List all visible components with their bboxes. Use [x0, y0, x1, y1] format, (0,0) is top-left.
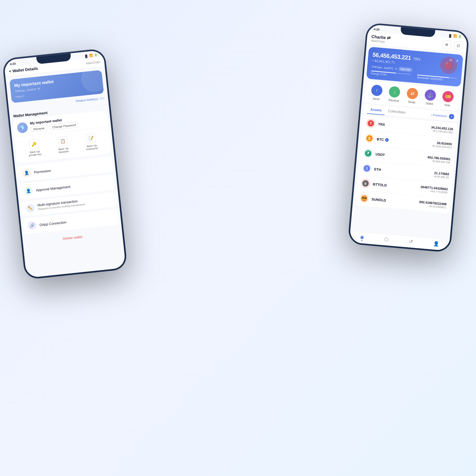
backup-mnemonic-icon: 📝	[86, 133, 96, 143]
bandwidth-label: Bandwidth	[417, 76, 429, 80]
bttold-name: BTTOLD	[373, 182, 421, 190]
swap-icon: ⇄	[406, 88, 419, 100]
energy-value: 37/60	[380, 73, 387, 76]
scan-header-button[interactable]: ⊡	[454, 41, 463, 50]
change-password-button[interactable]: Change Password	[49, 122, 79, 131]
receive-icon: ↓	[388, 86, 401, 98]
nav-assets[interactable]: ◉	[360, 234, 364, 240]
sunold-icon: 😎	[359, 193, 369, 204]
phone-right-screen: 4:20 ▐▌ 📶 🔋 Charlie ⇄ MainChain ⊕ ⊡	[349, 24, 468, 251]
status-icons-left: ▐▌ 📶 🔋	[84, 53, 98, 58]
send-button[interactable]: ↑ Send	[370, 84, 383, 101]
tab-assets[interactable]: Assets	[367, 104, 385, 115]
chain-label: MainChain	[86, 60, 100, 65]
assets-nav-icon: ◉	[360, 234, 364, 240]
bttold-values: 2648771.04328662 ≈$ 6.77419355	[420, 185, 448, 194]
energy-label: Energy	[371, 72, 379, 76]
rename-button[interactable]: Rename	[30, 125, 48, 132]
backup-keystore[interactable]: 📋 Back Upkeystore	[57, 136, 69, 154]
history-nav-icon: ↺	[409, 239, 413, 245]
bandwidth-stat: Bandwidth 4000/5000	[417, 75, 457, 82]
swap-label: Swap	[408, 100, 415, 104]
asset-list: T TRX 34,234,453.126 ≈$ 2,760,842.982 ₿ …	[355, 115, 457, 214]
backup-key-icon: 🔑	[29, 139, 39, 149]
tab-collectibles[interactable]: Collectibles	[385, 106, 409, 117]
eth-name: ETH	[374, 167, 434, 176]
bottom-nav: ◉ ⬡ ↺ 👤	[349, 231, 450, 251]
wallet-address: THPwer...5wtfYC	[371, 65, 393, 70]
stake-button[interactable]: ⚓ Stake	[424, 89, 436, 106]
nav-account[interactable]: 👤	[433, 241, 440, 247]
backup-keystore-icon: 📋	[57, 136, 68, 147]
dapp-icon: 🔗	[28, 221, 37, 230]
send-label: Send	[373, 97, 380, 101]
balance-currency: TRX	[413, 57, 421, 61]
swap-button[interactable]: ⇄ Swap	[406, 88, 418, 104]
wallet-info: My important wallet Rename Change Passwo…	[30, 114, 104, 132]
address-copy-icon[interactable]: ⧉	[395, 67, 397, 70]
energy-stat: Energy 37/60	[371, 71, 411, 78]
stake-icon: ⚓	[424, 89, 436, 101]
status-icons-right: ▐▌ 📶 🔋	[448, 34, 462, 38]
backup-mnemonic[interactable]: 📝 Back Upmnemonic	[84, 133, 98, 151]
nav-history[interactable]: ↺	[409, 239, 413, 245]
usdt-values: 602,786.035091 ≈$ 606,000.199	[427, 155, 451, 164]
eth-values: 21.174682 ≈$ 85,885.35	[433, 171, 449, 179]
bandwidth-value: 4000/5000	[430, 77, 443, 81]
nav-collectibles[interactable]: ⬡	[384, 236, 389, 242]
preference-label: ↕ Preference	[431, 113, 447, 117]
wallet-avatar: 💎	[17, 122, 28, 134]
backup-private-key[interactable]: 🔑 Back Upprivate key	[27, 139, 42, 157]
btc-icon: ₿	[364, 133, 375, 144]
balance-card: 56,456,453.221 TRX ≈ $3,951,951.71 👁 ↗ T…	[366, 47, 463, 87]
wallet-management-card: 💎 My important wallet Rename Change Pass…	[13, 110, 111, 163]
svg-text:₿: ₿	[368, 136, 370, 141]
trx-icon: T	[366, 118, 376, 129]
svg-text:Ξ: Ξ	[365, 166, 368, 171]
time-right: 4:20	[374, 27, 380, 31]
vote-icon: 🎫	[442, 91, 454, 103]
stake-label: Stake	[426, 102, 433, 105]
phone-left-screen: 4:20 ▐▌ 📶 🔋 < Wallet Details MainChain M…	[4, 50, 126, 278]
approval-icon: 👤	[24, 186, 33, 195]
header-actions: ⊕ ⊡	[442, 40, 463, 50]
trx-values: 34,234,453.126 ≈$ 2,760,842.982	[431, 125, 453, 134]
permission-label: Permission	[34, 168, 51, 174]
receive-label: Receive	[388, 98, 399, 102]
user-info: Charlie ⇄ MainChain	[371, 34, 391, 44]
dapp-label: DApp Connection	[39, 220, 67, 227]
btc-name: BTC ✓	[377, 137, 432, 146]
hd-badge: Non-HD	[399, 67, 413, 72]
wallet-home-screen: 4:20 ▐▌ 📶 🔋 Charlie ⇄ MainChain ⊕ ⊡	[349, 24, 468, 251]
receive-button[interactable]: ↓ Receive	[388, 86, 401, 102]
phone-left: 4:20 ▐▌ 📶 🔋 < Wallet Details MainChain M…	[2, 48, 128, 280]
trx-name: TRX	[378, 122, 431, 130]
eth-icon: Ξ	[362, 163, 372, 173]
balance-left: 56,456,453.221 TRX ≈ $3,951,951.71	[372, 51, 421, 67]
add-asset-button[interactable]: +	[449, 114, 455, 120]
btc-values: 30.810455 ≈$ 1555,934.813	[432, 140, 452, 149]
bttold-icon: B	[360, 178, 371, 189]
usdt-name: USDT	[375, 152, 428, 161]
back-button[interactable]: < Wallet Details	[9, 66, 38, 74]
approval-label: Approval Management	[36, 185, 71, 192]
multisig-text: Multi-signature transaction Request or p…	[37, 195, 112, 210]
nav-dot	[361, 240, 362, 241]
vote-button[interactable]: 🎫 Vote	[442, 91, 454, 107]
svg-text:B: B	[364, 182, 367, 186]
permission-icon: 👤	[22, 168, 31, 178]
send-icon: ↑	[371, 84, 383, 97]
vote-label: Vote	[444, 103, 450, 107]
receive-header-button[interactable]: ⊕	[442, 40, 451, 49]
wallet-details-screen: 4:20 ▐▌ 📶 🔋 < Wallet Details MainChain M…	[4, 50, 126, 278]
usdt-icon: ₮	[363, 148, 373, 158]
account-nav-icon: 👤	[433, 241, 440, 247]
preference-button[interactable]: ↕ Preference +	[431, 112, 455, 119]
phone-right: 4:20 ▐▌ 📶 🔋 Charlie ⇄ MainChain ⊕ ⊡	[347, 22, 470, 253]
backup-row: 🔑 Back Upprivate key 📋 Back Upkeystore 📝…	[18, 130, 107, 160]
collectibles-nav-icon: ⬡	[384, 236, 389, 242]
multisig-icon: ✏️	[26, 204, 35, 213]
svg-text:😎: 😎	[362, 196, 367, 201]
sunold-values: 692.418878222498 ≈$ 13.5483871	[419, 200, 447, 209]
time-left: 4:20	[10, 62, 16, 66]
